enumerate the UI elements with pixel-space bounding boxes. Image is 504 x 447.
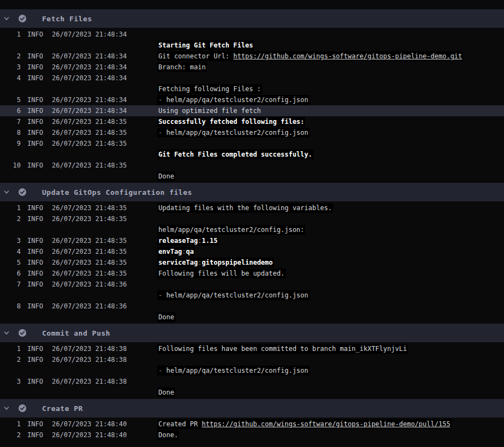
log-line-1-8[interactable]: 6 INFO 26/07/2023 21:48:34 Using optimiz… <box>0 105 504 116</box>
log-message-segment: qa <box>186 248 194 255</box>
log-line-2-3[interactable]: helm/app/qa/testcluster2/config.json: <box>0 224 504 235</box>
log-timestamp <box>52 40 157 51</box>
log-level: INFO <box>27 73 52 84</box>
log-line-1-10[interactable]: 8 INFO 26/07/2023 21:48:35 - helm/app/qa… <box>0 127 504 138</box>
log-line-2-6[interactable]: 5 INFO 26/07/2023 21:48:35 serviceTag:gi… <box>0 257 504 268</box>
chevron-down-icon[interactable] <box>3 189 10 195</box>
log-level <box>27 171 52 182</box>
log-timestamp: 26/07/2023 21:48:34 <box>52 94 157 105</box>
log-line-3-4[interactable]: 3 INFO 26/07/2023 21:48:38 <box>0 376 504 387</box>
log-message: Branch: main <box>157 62 504 73</box>
log-message: Created PR https://github.com/wings-soft… <box>157 419 504 430</box>
log-message: Done <box>157 171 504 182</box>
log-line-2-4[interactable]: 3 INFO 26/07/2023 21:48:35 releaseTag:1.… <box>0 235 504 246</box>
log-level: INFO <box>27 213 52 224</box>
log-timestamp: 26/07/2023 21:48:35 <box>52 138 157 149</box>
log-message-segment: Successfully fetched following files: <box>158 118 304 126</box>
log-line-1-5[interactable]: 4 INFO 26/07/2023 21:48:34 <box>0 73 504 84</box>
check-circle-icon <box>18 404 27 413</box>
log-message: helm/app/qa/testcluster2/config.json: <box>157 224 504 235</box>
log-timestamp <box>52 224 157 235</box>
log-message: releaseTag:1.15 <box>157 235 504 246</box>
chevron-down-icon[interactable] <box>3 330 10 336</box>
log-level <box>27 365 52 376</box>
log-section-header[interactable]: Commit and Push <box>0 324 504 342</box>
log-timestamp: 26/07/2023 21:48:36 <box>52 301 157 312</box>
log-message-text: Done <box>157 171 175 181</box>
chevron-down-icon[interactable] <box>3 405 10 412</box>
log-line-1-1[interactable]: 1 INFO 26/07/2023 21:48:34 <box>0 29 504 40</box>
log-message-text: Successfully fetched following files: <box>157 117 305 127</box>
log-section-header[interactable]: Update GitOps Configuration files <box>0 183 504 201</box>
section-title: Commit and Push <box>42 329 110 337</box>
log-level <box>27 312 52 323</box>
log-line-1-4[interactable]: 3 INFO 26/07/2023 21:48:34 Branch: main <box>0 62 504 73</box>
log-line-3-3[interactable]: - helm/app/qa/testcluster2/config.json <box>0 365 504 376</box>
log-line-1-2[interactable]: Starting Git Fetch Files <box>0 40 504 51</box>
log-line-2-1[interactable]: 1 INFO 26/07/2023 21:48:35 Updating file… <box>0 202 504 213</box>
log-line-3-5[interactable]: Done <box>0 387 504 398</box>
line-number: 5 <box>0 257 21 268</box>
log-message-text: - helm/app/qa/testcluster2/config.json <box>157 95 310 105</box>
log-message-segment: Git Fetch Files completed successfully. <box>158 151 312 158</box>
log-line-1-9[interactable]: 7 INFO 26/07/2023 21:48:35 Successfully … <box>0 116 504 127</box>
log-section-body: 1 INFO 26/07/2023 21:48:35 Updating file… <box>0 202 504 323</box>
section-title: Fetch Files <box>42 15 92 23</box>
log-line-1-7[interactable]: 5 INFO 26/07/2023 21:48:34 - helm/app/qa… <box>0 94 504 105</box>
line-number: 1 <box>0 419 21 430</box>
log-line-2-5[interactable]: 4 INFO 26/07/2023 21:48:35 envTag:qa <box>0 246 504 257</box>
log-message-segment: Using optimized file fetch <box>158 107 261 115</box>
log-level: INFO <box>27 29 52 40</box>
log-message-segment: Done <box>158 313 174 321</box>
log-timestamp <box>52 149 157 160</box>
log-line-2-10[interactable]: 8 INFO 26/07/2023 21:48:36 <box>0 301 504 312</box>
log-line-2-8[interactable]: 7 INFO 26/07/2023 21:48:36 <box>0 279 504 290</box>
line-number <box>0 149 21 160</box>
log-message-segment: gitopspipelinedemo <box>201 259 272 266</box>
log-level: INFO <box>27 279 52 290</box>
log-section-body: 1 INFO 26/07/2023 21:48:38 Following fil… <box>0 343 504 398</box>
log-message <box>157 301 504 312</box>
log-line-3-1[interactable]: 1 INFO 26/07/2023 21:48:38 Following fil… <box>0 343 504 354</box>
log-line-3-2[interactable]: 2 INFO 26/07/2023 21:48:38 <box>0 354 504 365</box>
log-line-1-12[interactable]: Git Fetch Files completed successfully. <box>0 149 504 160</box>
log-timestamp <box>52 171 157 182</box>
log-line-1-13[interactable]: 10 INFO 26/07/2023 21:48:35 <box>0 160 504 171</box>
log-timestamp: 26/07/2023 21:48:34 <box>52 29 157 40</box>
log-level <box>27 290 52 301</box>
chevron-down-icon[interactable] <box>3 15 10 22</box>
log-level: INFO <box>27 301 52 312</box>
log-line-1-3[interactable]: 2 INFO 26/07/2023 21:48:34 Git connector… <box>0 51 504 62</box>
log-message-segment: Fetching following Files : <box>158 85 261 93</box>
log-level: INFO <box>27 354 52 365</box>
log-message-text: Starting Git Fetch Files <box>157 40 254 50</box>
log-line-1-11[interactable]: 9 INFO 26/07/2023 21:48:35 <box>0 138 504 149</box>
line-number <box>0 387 21 398</box>
log-message <box>157 73 504 84</box>
log-line-1-14[interactable]: Done <box>0 171 504 182</box>
log-message: envTag:qa <box>157 246 504 257</box>
log-line-2-9[interactable]: - helm/app/qa/testcluster2/config.json <box>0 290 504 301</box>
line-number: 7 <box>0 279 21 290</box>
log-level: INFO <box>27 127 52 138</box>
line-number <box>0 312 21 323</box>
line-number: 2 <box>0 51 21 62</box>
log-message-text: Created PR https://github.com/wings-soft… <box>157 419 452 429</box>
log-link[interactable]: https://github.com/wings-software/gitops… <box>233 52 462 60</box>
log-section: Create PR 1 INFO 26/07/2023 21:48:40 Cre… <box>0 399 504 440</box>
log-line-2-2[interactable]: 2 INFO 26/07/2023 21:48:35 <box>0 213 504 224</box>
log-link[interactable]: https://github.com/wings-software/gitops… <box>201 420 450 428</box>
log-line-4-2[interactable]: 2 INFO 26/07/2023 21:48:40 Done. <box>0 430 504 440</box>
log-line-1-6[interactable]: Fetching following Files : <box>0 84 504 94</box>
log-message: - helm/app/qa/testcluster2/config.json <box>157 94 504 105</box>
log-message-segment: helm/app/qa/testcluster2/config.json <box>166 367 308 374</box>
log-message <box>157 29 504 40</box>
log-line-4-1[interactable]: 1 INFO 26/07/2023 21:48:40 Created PR ht… <box>0 419 504 430</box>
log-timestamp: 26/07/2023 21:48:38 <box>52 376 157 387</box>
log-level: INFO <box>27 430 52 440</box>
log-line-2-11[interactable]: Done <box>0 312 504 323</box>
log-section-header[interactable]: Fetch Files <box>0 9 504 28</box>
log-message-segment: Git connector Url: <box>158 52 233 60</box>
log-section-header[interactable]: Create PR <box>0 399 504 418</box>
log-line-2-7[interactable]: 6 INFO 26/07/2023 21:48:35 Following fil… <box>0 268 504 279</box>
